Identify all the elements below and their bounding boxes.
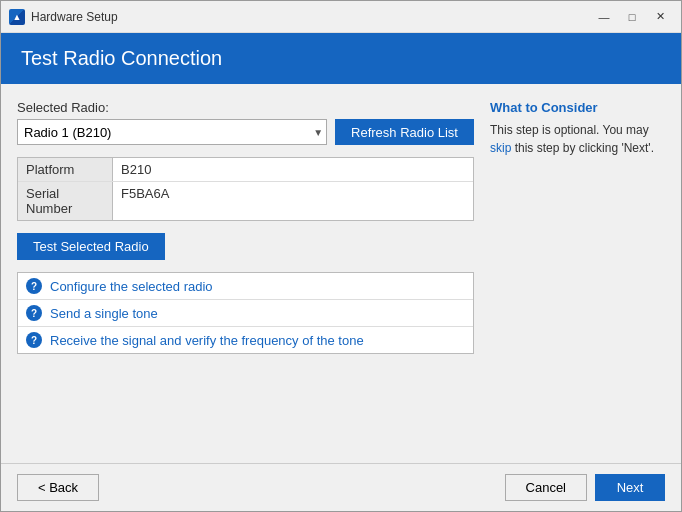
test-selected-radio-button[interactable]: Test Selected Radio — [17, 233, 165, 260]
back-button[interactable]: < Back — [17, 474, 99, 501]
window-controls: — □ ✕ — [591, 7, 673, 27]
window-title: Hardware Setup — [31, 10, 591, 24]
radio-select[interactable]: Radio 1 (B210) — [17, 119, 327, 145]
app-icon: ▲ — [9, 9, 25, 25]
consider-text: This step is optional. You may skip this… — [490, 121, 665, 157]
selected-radio-label: Selected Radio: — [17, 100, 474, 115]
list-item: ? Configure the selected radio — [18, 273, 473, 300]
platform-key: Platform — [18, 158, 113, 181]
help-icon: ? — [26, 332, 42, 348]
next-button[interactable]: Next — [595, 474, 665, 501]
page-title: Test Radio Connection — [21, 47, 222, 69]
platform-value: B210 — [113, 158, 473, 181]
help-icon: ? — [26, 278, 42, 294]
skip-link[interactable]: skip — [490, 141, 511, 155]
refresh-radio-list-button[interactable]: Refresh Radio List — [335, 119, 474, 145]
right-panel: What to Consider This step is optional. … — [490, 100, 665, 447]
help-icon: ? — [26, 305, 42, 321]
left-panel: Selected Radio: Radio 1 (B210) ▼ Refresh… — [17, 100, 474, 447]
radio-select-row: Radio 1 (B210) ▼ Refresh Radio List — [17, 119, 474, 145]
content-area: Selected Radio: Radio 1 (B210) ▼ Refresh… — [1, 84, 681, 463]
close-button[interactable]: ✕ — [647, 7, 673, 27]
serial-number-value: F5BA6A — [113, 182, 473, 220]
title-bar: ▲ Hardware Setup — □ ✕ — [1, 1, 681, 33]
list-item: ? Send a single tone — [18, 300, 473, 327]
list-item: ? Receive the signal and verify the freq… — [18, 327, 473, 353]
footer: < Back Cancel Next — [1, 463, 681, 511]
page-header: Test Radio Connection — [1, 33, 681, 84]
maximize-button[interactable]: □ — [619, 7, 645, 27]
cancel-button[interactable]: Cancel — [505, 474, 587, 501]
info-table: Platform B210 Serial Number F5BA6A — [17, 157, 474, 221]
selected-radio-section: Selected Radio: Radio 1 (B210) ▼ Refresh… — [17, 100, 474, 145]
table-row: Platform B210 — [18, 158, 473, 182]
serial-number-key: Serial Number — [18, 182, 113, 220]
step-label: Receive the signal and verify the freque… — [50, 333, 364, 348]
consider-title: What to Consider — [490, 100, 665, 115]
radio-select-wrapper: Radio 1 (B210) ▼ — [17, 119, 327, 145]
step-label: Send a single tone — [50, 306, 158, 321]
table-row: Serial Number F5BA6A — [18, 182, 473, 220]
footer-left: < Back — [17, 474, 99, 501]
window-body: Test Radio Connection Selected Radio: Ra… — [1, 33, 681, 511]
steps-list: ? Configure the selected radio ? Send a … — [17, 272, 474, 354]
step-label: Configure the selected radio — [50, 279, 213, 294]
minimize-button[interactable]: — — [591, 7, 617, 27]
footer-right: Cancel Next — [505, 474, 665, 501]
